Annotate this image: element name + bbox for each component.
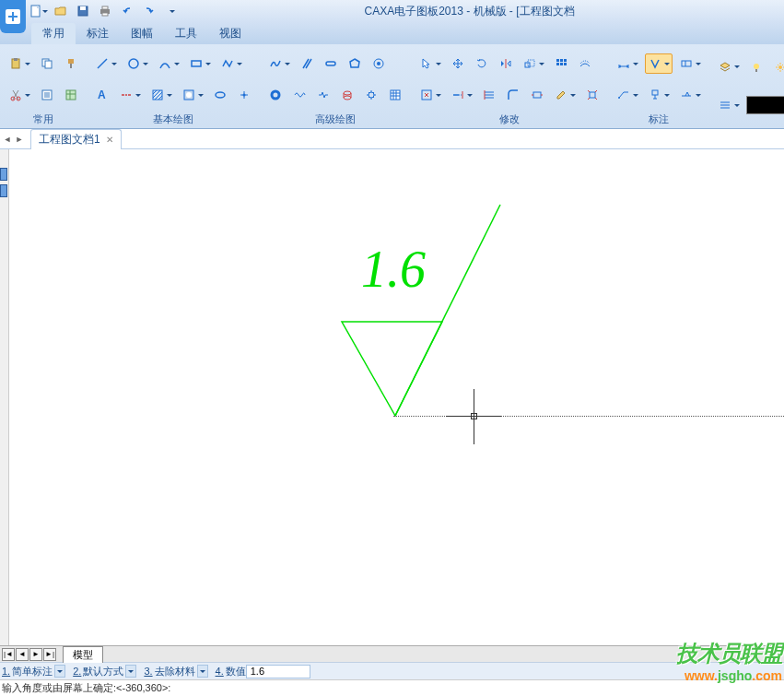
select-dropdown[interactable]	[416, 53, 444, 74]
polyline-icon	[221, 57, 234, 70]
param-dropdown[interactable]	[197, 665, 208, 678]
circle-dropdown[interactable]	[123, 53, 151, 74]
trim-dropdown[interactable]	[416, 85, 444, 105]
param-value-input[interactable]	[246, 665, 310, 678]
table-button[interactable]	[385, 85, 405, 105]
leader-icon	[617, 88, 630, 101]
edit-dropdown[interactable]	[551, 85, 579, 105]
param-dropdown[interactable]	[125, 665, 136, 678]
lineweight-swatch[interactable]	[746, 96, 784, 114]
svg-point-17	[129, 59, 138, 68]
roughness-dropdown[interactable]	[645, 53, 673, 74]
tab-frame[interactable]: 图幅	[120, 23, 164, 44]
line-dropdown[interactable]	[92, 53, 120, 74]
leader-dropdown[interactable]	[614, 85, 641, 105]
fillet-button[interactable]	[503, 85, 523, 105]
command-line[interactable]: 输入角度或由屏幕上确定:<-360,360>:	[0, 679, 784, 695]
block-dropdown[interactable]	[179, 85, 206, 105]
delete-button[interactable]	[61, 85, 81, 105]
svg-text:A: A	[98, 88, 106, 101]
polygon-button[interactable]	[345, 53, 365, 74]
ruler-marker[interactable]	[0, 168, 7, 181]
boundary-button[interactable]	[369, 53, 389, 74]
linetype-dropdown[interactable]	[715, 95, 743, 115]
rect-dropdown[interactable]	[186, 53, 214, 74]
param-dropdown[interactable]	[54, 665, 65, 678]
cut-dropdown[interactable]	[6, 85, 33, 105]
fillet-icon	[507, 88, 520, 101]
model-nav-next[interactable]: ►	[29, 648, 42, 661]
tolerance-dropdown[interactable]	[676, 53, 704, 74]
text-button[interactable]: A	[92, 85, 112, 105]
qat-print[interactable]	[96, 2, 114, 20]
chamfer-button[interactable]	[527, 85, 547, 105]
layer-mgr-dropdown[interactable]	[715, 57, 743, 77]
array-button[interactable]	[551, 53, 571, 74]
circle-icon	[127, 57, 140, 70]
props-icon	[41, 88, 53, 101]
copy-button[interactable]	[37, 53, 57, 74]
close-icon[interactable]: ✕	[106, 135, 113, 145]
qat-new-dropdown[interactable]	[29, 2, 48, 20]
svg-rect-44	[682, 61, 691, 66]
offset-button[interactable]	[575, 53, 595, 74]
model-nav-last[interactable]: ►|	[43, 648, 56, 661]
rotate-button[interactable]	[472, 53, 492, 74]
qat-undo[interactable]	[118, 2, 136, 20]
parallel-button[interactable]	[297, 53, 317, 74]
spline-dropdown[interactable]	[265, 53, 293, 74]
gear-button[interactable]	[361, 85, 381, 105]
drawing-canvas[interactable]: 1.6	[9, 149, 784, 645]
qat-customize-dropdown[interactable]	[162, 2, 181, 20]
ellipse-button[interactable]	[210, 85, 230, 105]
weld-dropdown[interactable]	[676, 85, 704, 105]
tangent-button[interactable]	[321, 53, 341, 74]
svg-rect-38	[556, 63, 559, 65]
qat-open[interactable]	[52, 2, 70, 20]
vertical-ruler	[0, 149, 9, 645]
format-painter-button[interactable]	[61, 53, 81, 74]
model-nav-first[interactable]: |◄	[2, 648, 15, 661]
document-tab[interactable]: 工程图文档1 ✕	[30, 129, 122, 149]
app-logo[interactable]	[0, 0, 26, 33]
polyline-dropdown[interactable]	[217, 53, 245, 74]
svg-point-28	[272, 91, 279, 99]
mirror-button[interactable]	[496, 53, 516, 74]
paste-dropdown[interactable]	[6, 53, 33, 74]
model-nav-prev[interactable]: ◄	[16, 648, 29, 661]
break-button[interactable]	[313, 85, 333, 105]
hole-button[interactable]	[337, 85, 357, 105]
extend-dropdown[interactable]	[448, 85, 475, 105]
arc-dropdown[interactable]	[155, 53, 182, 74]
explode-button[interactable]	[582, 85, 603, 105]
centerline-dropdown[interactable]	[116, 85, 144, 105]
move-button[interactable]	[448, 53, 468, 74]
layer-bulb[interactable]	[746, 57, 766, 77]
properties-button[interactable]	[37, 85, 57, 105]
doc-tab-next[interactable]: ►	[14, 133, 25, 146]
model-tab[interactable]: 模型	[63, 646, 103, 663]
wave-button[interactable]	[265, 85, 286, 105]
scale-dropdown[interactable]	[520, 53, 547, 74]
offset-icon	[579, 57, 591, 70]
tab-tools[interactable]: 工具	[164, 23, 208, 44]
layer-freeze[interactable]	[770, 57, 784, 77]
tab-view[interactable]: 视图	[208, 23, 252, 44]
qat-save[interactable]	[74, 2, 92, 20]
tolerance-icon	[680, 57, 693, 70]
hatch-dropdown[interactable]	[147, 85, 175, 105]
qat-redo[interactable]	[140, 2, 158, 20]
dim-linear-dropdown[interactable]	[614, 53, 641, 74]
break2-button[interactable]	[479, 85, 499, 105]
svg-rect-39	[560, 63, 563, 65]
doc-tab-prev[interactable]: ◄	[2, 133, 13, 146]
tab-annotate[interactable]: 标注	[76, 23, 120, 44]
spline-icon	[269, 57, 282, 70]
tab-common[interactable]: 常用	[31, 23, 76, 44]
datum-dropdown[interactable]	[645, 85, 673, 105]
sine-button[interactable]	[289, 85, 310, 105]
svg-rect-32	[391, 90, 400, 100]
ruler-marker[interactable]	[0, 184, 7, 197]
point-button[interactable]	[234, 85, 254, 105]
new-doc-icon	[29, 5, 41, 18]
